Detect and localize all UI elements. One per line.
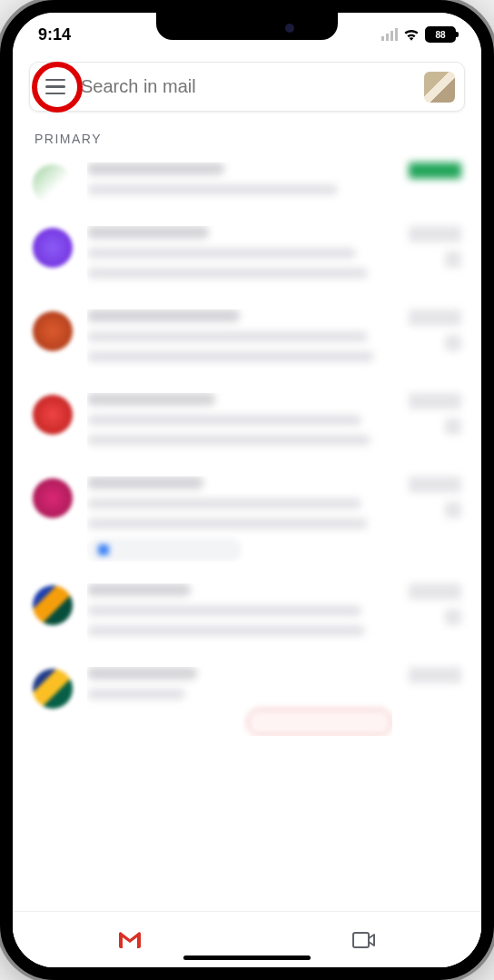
mail-list-item[interactable] bbox=[29, 152, 465, 215]
sender-avatar bbox=[33, 669, 73, 709]
video-camera-icon bbox=[351, 930, 377, 950]
mail-list-item[interactable] bbox=[29, 656, 465, 747]
label-chip[interactable] bbox=[247, 709, 392, 736]
mail-list-item[interactable] bbox=[29, 299, 465, 382]
status-time: 9:14 bbox=[38, 25, 71, 44]
sender-avatar bbox=[33, 228, 73, 268]
profile-avatar[interactable] bbox=[424, 72, 455, 103]
status-right: 88 bbox=[381, 26, 456, 43]
tab-meet[interactable] bbox=[310, 922, 419, 958]
mail-list-item[interactable] bbox=[29, 466, 465, 573]
inbox-section-label: PRIMARY bbox=[13, 122, 481, 152]
mail-list-item[interactable] bbox=[29, 573, 465, 656]
tab-mail[interactable] bbox=[75, 922, 184, 958]
sender-avatar bbox=[33, 395, 73, 435]
sender-avatar bbox=[33, 478, 73, 518]
phone-frame: 9:14 88 PRIMARY bbox=[0, 0, 494, 980]
gmail-icon bbox=[117, 930, 143, 950]
notch bbox=[156, 13, 338, 40]
battery-icon: 88 bbox=[425, 26, 456, 43]
mail-list-item[interactable] bbox=[29, 215, 465, 299]
sender-avatar bbox=[33, 164, 73, 204]
wifi-icon bbox=[403, 28, 420, 41]
mail-list[interactable] bbox=[13, 152, 481, 911]
cellular-signal-icon bbox=[381, 28, 398, 41]
search-bar[interactable] bbox=[29, 62, 465, 112]
hamburger-menu-icon[interactable] bbox=[43, 74, 68, 100]
sender-avatar bbox=[33, 585, 73, 625]
search-input[interactable] bbox=[81, 76, 411, 97]
mail-list-item[interactable] bbox=[29, 382, 465, 466]
screen: 9:14 88 PRIMARY bbox=[13, 13, 481, 967]
attachment-chip[interactable] bbox=[87, 538, 242, 562]
svg-rect-0 bbox=[353, 933, 369, 947]
sender-avatar bbox=[33, 311, 73, 351]
home-indicator[interactable] bbox=[183, 956, 311, 960]
